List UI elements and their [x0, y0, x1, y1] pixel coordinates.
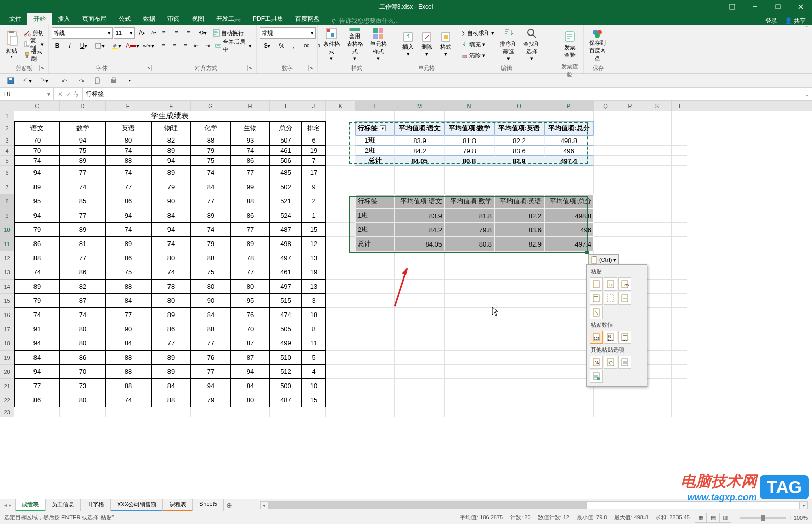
- cell[interactable]: 17: [301, 166, 326, 180]
- row-header[interactable]: 10: [0, 223, 14, 237]
- paste-transpose-option[interactable]: [590, 306, 603, 319]
- ribbon-display-icon[interactable]: [721, 0, 743, 13]
- align-bottom-icon[interactable]: ≡: [183, 27, 194, 39]
- cell[interactable]: 88: [191, 135, 230, 146]
- cell[interactable]: 11: [301, 336, 326, 351]
- cell[interactable]: [618, 111, 642, 121]
- sheet-tab[interactable]: 课程表: [163, 499, 193, 512]
- cell[interactable]: [672, 194, 687, 208]
- cell[interactable]: [544, 180, 594, 194]
- cell[interactable]: 物理: [151, 121, 191, 135]
- find-select-button[interactable]: 查找和选择▾: [521, 27, 543, 62]
- cell[interactable]: [594, 194, 618, 208]
- grid-area[interactable]: C D E F G H I J K L M N O P Q R S T 1学生成…: [0, 101, 812, 456]
- cell[interactable]: 总计: [355, 156, 395, 166]
- cell[interactable]: [395, 180, 445, 194]
- cell[interactable]: [395, 308, 445, 322]
- cell[interactable]: 79: [191, 393, 230, 407]
- cell[interactable]: 3: [301, 294, 326, 308]
- cell[interactable]: [355, 379, 395, 393]
- new-sheet-button[interactable]: ⊕: [224, 501, 235, 509]
- cell[interactable]: [395, 393, 445, 407]
- cell[interactable]: [494, 322, 544, 336]
- cell[interactable]: [230, 407, 270, 417]
- cell[interactable]: 74: [60, 308, 106, 322]
- cell[interactable]: 82.9: [494, 156, 544, 166]
- cell[interactable]: 76: [230, 308, 270, 322]
- paste-formatting-option[interactable]: %: [590, 356, 603, 369]
- cell[interactable]: [594, 223, 618, 237]
- cell[interactable]: [355, 308, 395, 322]
- cell[interactable]: [326, 166, 355, 180]
- cell[interactable]: [395, 265, 445, 280]
- cell[interactable]: 19: [301, 146, 326, 156]
- cell[interactable]: 497: [270, 280, 301, 294]
- cell[interactable]: [270, 407, 301, 417]
- row-header[interactable]: 17: [0, 322, 14, 336]
- row-header[interactable]: 2: [0, 121, 14, 135]
- cell[interactable]: 83.6: [494, 223, 544, 237]
- merge-button[interactable]: 合并后居中 ▾: [214, 40, 253, 51]
- cell[interactable]: 94: [151, 223, 191, 237]
- cell[interactable]: 84.2: [395, 146, 445, 156]
- tab-view[interactable]: 视图: [186, 13, 210, 25]
- minimize-icon[interactable]: [743, 0, 766, 13]
- cell[interactable]: 英语: [106, 121, 151, 135]
- collapse-ribbon-icon[interactable]: ˆ: [803, 25, 812, 73]
- cell[interactable]: 88: [191, 322, 230, 336]
- cell[interactable]: 88: [230, 194, 270, 208]
- tab-home[interactable]: 开始: [27, 13, 52, 25]
- cell[interactable]: [355, 265, 395, 280]
- name-box[interactable]: L8▾: [0, 88, 54, 100]
- cell[interactable]: [445, 166, 494, 180]
- sheet-tab[interactable]: Sheet5: [193, 499, 224, 512]
- zoom-out-icon[interactable]: −: [735, 515, 738, 521]
- cell[interactable]: 498.8: [544, 208, 594, 223]
- cell[interactable]: [618, 223, 642, 237]
- cond-format-button[interactable]: 条件格式▾: [321, 27, 342, 62]
- cell[interactable]: 82.2: [494, 208, 544, 223]
- cell[interactable]: 461: [270, 265, 301, 280]
- cell[interactable]: [672, 280, 687, 294]
- cell[interactable]: [445, 336, 494, 351]
- paste-picture-option[interactable]: [618, 356, 631, 369]
- cell[interactable]: 79.8: [445, 146, 494, 156]
- cell[interactable]: [494, 180, 544, 194]
- cell[interactable]: [355, 280, 395, 294]
- cell[interactable]: 84.05: [395, 237, 445, 251]
- row-header[interactable]: 3: [0, 135, 14, 146]
- cell[interactable]: 1班: [355, 208, 395, 223]
- cell[interactable]: 506: [270, 156, 301, 166]
- cell[interactable]: 75: [106, 265, 151, 280]
- cell[interactable]: [594, 135, 618, 146]
- cell[interactable]: 74: [106, 166, 151, 180]
- cell[interactable]: [326, 308, 355, 322]
- clipboard-launcher[interactable]: ⬊: [39, 65, 45, 71]
- align-center-icon[interactable]: ≡: [170, 40, 180, 51]
- cell[interactable]: [618, 251, 642, 265]
- cell[interactable]: 487: [270, 393, 301, 407]
- cell[interactable]: 94: [14, 166, 60, 180]
- cell[interactable]: 524: [270, 208, 301, 223]
- col-header[interactable]: N: [445, 101, 494, 111]
- comma-icon[interactable]: ,: [288, 40, 299, 51]
- cell[interactable]: 81.8: [445, 135, 494, 146]
- cell[interactable]: [672, 322, 687, 336]
- col-header[interactable]: Q: [594, 101, 618, 111]
- scroll-right-icon[interactable]: ▸: [800, 501, 808, 509]
- horizontal-scrollbar[interactable]: ◂ ▸: [260, 501, 808, 509]
- cell[interactable]: [445, 265, 494, 280]
- align-middle-icon[interactable]: ≡: [171, 27, 182, 39]
- sheet-tab[interactable]: 田字格: [81, 499, 111, 512]
- cell[interactable]: [594, 208, 618, 223]
- cell[interactable]: 94: [106, 208, 151, 223]
- tab-review[interactable]: 审阅: [161, 13, 186, 25]
- cell[interactable]: 平均值项:语文: [395, 194, 445, 208]
- cell[interactable]: [494, 393, 544, 407]
- cell[interactable]: [326, 379, 355, 393]
- cell[interactable]: [672, 379, 687, 393]
- cell[interactable]: [395, 322, 445, 336]
- row-header[interactable]: 8: [0, 194, 14, 208]
- cell[interactable]: 78: [151, 280, 191, 294]
- cell[interactable]: 82.2: [494, 135, 544, 146]
